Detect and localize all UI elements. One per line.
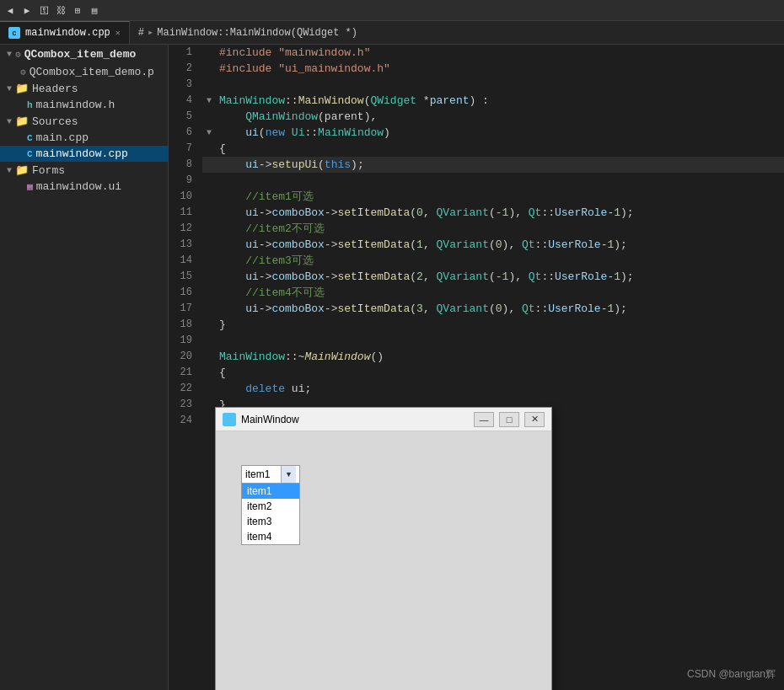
popup-maximize-btn[interactable]: □ (499, 412, 519, 427)
breadcrumb-sep: ▸ (148, 26, 153, 39)
line-number: 10 (169, 189, 202, 205)
line-content[interactable]: MainWindow::MainWindow(QWidget *parent) … (216, 93, 784, 109)
line-arrow (202, 45, 216, 61)
line-content[interactable]: ui(new Ui::MainWindow) (216, 125, 784, 141)
sidebar-group-forms[interactable]: ▼ 📁 Forms (0, 162, 168, 179)
sidebar-item-mainwindow-h[interactable]: h mainwindow.h (0, 97, 168, 113)
line-content[interactable]: delete ui; (216, 381, 784, 397)
line-content[interactable]: //item3可选 (216, 253, 784, 269)
combobox-arrow-btn[interactable]: ▼ (281, 466, 296, 483)
line-arrow: ▼ (202, 93, 216, 109)
code-line: 20MainWindow::~MainWindow() (169, 349, 784, 365)
combo-item[interactable]: item1 (242, 484, 299, 499)
code-line: 21{ (169, 365, 784, 381)
code-line: 18} (169, 317, 784, 333)
line-content[interactable]: MainWindow::~MainWindow() (216, 349, 784, 365)
popup-minimize-btn[interactable]: — (474, 412, 494, 427)
code-line: 10 //item1可选 (169, 189, 784, 205)
sources-expand-arrow: ▼ (7, 117, 12, 126)
tab-close-icon[interactable]: ✕ (115, 28, 121, 38)
line-content[interactable]: ui->comboBox->setItemData(2, QVariant(-1… (216, 269, 784, 285)
filter-icon[interactable]: ⚿ (37, 3, 51, 17)
line-number: 13 (169, 237, 202, 253)
line-content[interactable]: //item1可选 (216, 189, 784, 205)
code-line: 14 //item3可选 (169, 253, 784, 269)
code-line: 9 (169, 173, 784, 189)
code-line: 12 //item2不可选 (169, 221, 784, 237)
code-editor[interactable]: 1#include "mainwindow.h"2#include "ui_ma… (169, 45, 784, 690)
line-arrow (202, 349, 216, 365)
sources-label: Sources (32, 115, 78, 128)
popup-title-icon (223, 413, 236, 426)
code-line: 19 (169, 333, 784, 349)
sidebar-item-mainwindow-ui[interactable]: ▦ mainwindow.ui (0, 179, 168, 195)
sidebar-item-label: mainwindow.ui (36, 180, 121, 193)
line-content[interactable]: ui->comboBox->setItemData(3, QVariant(0)… (216, 301, 784, 317)
line-arrow (202, 301, 216, 317)
line-number: 9 (169, 173, 202, 189)
line-number: 4 (169, 93, 202, 109)
watermark: CSDN @bangtan辉 (687, 667, 776, 682)
line-number: 6 (169, 125, 202, 141)
combo-item[interactable]: item4 (242, 529, 299, 544)
sidebar-item-label: main.cpp (36, 131, 89, 144)
line-content[interactable]: } (216, 317, 784, 333)
popup-content: item1 ▼ item1item2item3item4 (216, 431, 551, 690)
sidebar-item-mainwindow-cpp[interactable]: C mainwindow.cpp (0, 146, 168, 162)
line-number: 15 (169, 269, 202, 285)
line-number: 12 (169, 221, 202, 237)
line-content[interactable]: { (216, 365, 784, 381)
line-content[interactable]: QMainWindow(parent), (216, 109, 784, 125)
line-arrow (202, 285, 216, 301)
popup-window: MainWindow — □ ✕ item1 ▼ item1item2item3… (215, 407, 552, 690)
line-arrow (202, 157, 216, 173)
code-line: 7{ (169, 141, 784, 157)
forward-icon[interactable]: ▶ (20, 3, 34, 17)
sidebar-item-project-file[interactable]: ⚙ QCombox_item_demo.p (0, 64, 168, 80)
forms-label: Forms (32, 164, 65, 177)
combobox-selected[interactable]: item1 ▼ (241, 465, 300, 484)
line-number: 20 (169, 349, 202, 365)
line-arrow (202, 317, 216, 333)
code-line: 1#include "mainwindow.h" (169, 45, 784, 61)
line-number: 7 (169, 141, 202, 157)
tab-mainwindow-cpp[interactable]: C mainwindow.cpp ✕ (0, 21, 130, 44)
line-number: 5 (169, 109, 202, 125)
list-icon[interactable]: ▤ (88, 3, 101, 17)
line-content[interactable]: ui->setupUi(this); (216, 157, 784, 173)
line-arrow (202, 381, 216, 397)
line-content[interactable]: ui->comboBox->setItemData(0, QVariant(-1… (216, 205, 784, 221)
code-line: 22 delete ui; (169, 381, 784, 397)
line-number: 3 (169, 77, 202, 93)
line-content[interactable]: ui->comboBox->setItemData(1, QVariant(0)… (216, 237, 784, 253)
line-content[interactable] (216, 173, 784, 189)
line-arrow (202, 365, 216, 381)
sidebar-group-headers[interactable]: ▼ 📁 Headers (0, 80, 168, 97)
combobox-dropdown: item1item2item3item4 (241, 484, 300, 545)
popup-close-btn[interactable]: ✕ (524, 412, 545, 427)
line-content[interactable]: //item2不可选 (216, 221, 784, 237)
sidebar-item-main-cpp[interactable]: C main.cpp (0, 130, 168, 146)
line-content[interactable]: #include "ui_mainwindow.h" (216, 61, 784, 77)
line-arrow (202, 333, 216, 349)
split-icon[interactable]: ⊞ (71, 3, 84, 17)
combo-item[interactable]: item3 (242, 514, 299, 529)
link-icon[interactable]: ⛓ (54, 3, 67, 17)
cpp-file-icon-main: C (27, 133, 33, 143)
cpp-file-icon: C (8, 27, 20, 39)
sidebar-project[interactable]: ▼ ⚙ QCombox_item_demo (0, 45, 168, 64)
sidebar-item-label: mainwindow.h (36, 99, 115, 111)
code-line: 13 ui->comboBox->setItemData(1, QVariant… (169, 237, 784, 253)
combo-item[interactable]: item2 (242, 499, 299, 514)
sidebar-group-sources[interactable]: ▼ 📁 Sources (0, 113, 168, 130)
line-number: 23 (169, 397, 202, 413)
line-content[interactable]: //item4不可选 (216, 285, 784, 301)
line-content[interactable] (216, 77, 784, 93)
line-content[interactable]: { (216, 141, 784, 157)
line-content[interactable] (216, 333, 784, 349)
back-icon[interactable]: ◀ (3, 3, 17, 17)
line-content[interactable]: #include "mainwindow.h" (216, 45, 784, 61)
sources-folder-icon: 📁 (15, 115, 29, 128)
headers-expand-arrow: ▼ (7, 84, 12, 94)
line-number: 19 (169, 333, 202, 349)
